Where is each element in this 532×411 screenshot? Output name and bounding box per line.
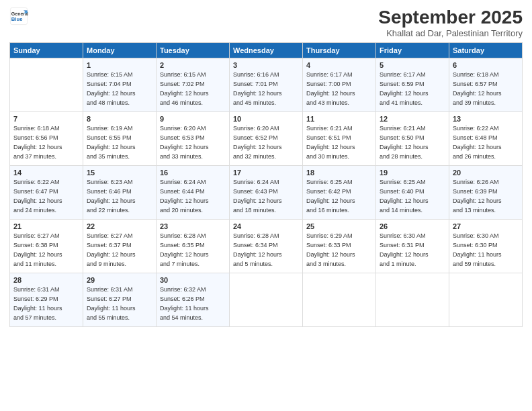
day-number: 16 xyxy=(160,169,226,177)
col-header-tuesday: Tuesday xyxy=(157,43,230,58)
day-number: 19 xyxy=(380,169,445,177)
day-number: 7 xyxy=(13,115,79,123)
calendar-cell: 3Sunrise: 6:16 AM Sunset: 7:01 PM Daylig… xyxy=(230,58,303,112)
day-info: Sunrise: 6:17 AM Sunset: 6:59 PM Dayligh… xyxy=(380,71,445,108)
calendar-cell: 12Sunrise: 6:21 AM Sunset: 6:50 PM Dayli… xyxy=(376,112,449,166)
day-number: 24 xyxy=(233,222,299,230)
day-info: Sunrise: 6:26 AM Sunset: 6:39 PM Dayligh… xyxy=(453,178,519,216)
day-info: Sunrise: 6:25 AM Sunset: 6:42 PM Dayligh… xyxy=(306,178,372,216)
day-number: 14 xyxy=(13,169,79,177)
day-number: 5 xyxy=(380,61,445,69)
month-title: September 2025 xyxy=(378,7,523,28)
day-number: 29 xyxy=(87,276,152,284)
day-info: Sunrise: 6:28 AM Sunset: 6:35 PM Dayligh… xyxy=(160,232,226,269)
logo-icon: General Blue xyxy=(9,7,28,26)
calendar-cell: 2Sunrise: 6:15 AM Sunset: 7:02 PM Daylig… xyxy=(157,58,230,112)
day-number: 20 xyxy=(453,169,519,177)
day-info: Sunrise: 6:31 AM Sunset: 6:27 PM Dayligh… xyxy=(87,285,152,323)
day-info: Sunrise: 6:24 AM Sunset: 6:44 PM Dayligh… xyxy=(160,178,226,216)
day-number: 15 xyxy=(87,169,152,177)
day-info: Sunrise: 6:18 AM Sunset: 6:56 PM Dayligh… xyxy=(13,124,79,162)
col-header-sunday: Sunday xyxy=(10,43,83,58)
col-header-wednesday: Wednesday xyxy=(230,43,303,58)
day-number: 10 xyxy=(233,115,299,123)
week-row-2: 7Sunrise: 6:18 AM Sunset: 6:56 PM Daylig… xyxy=(10,112,523,166)
calendar-cell: 11Sunrise: 6:21 AM Sunset: 6:51 PM Dayli… xyxy=(303,112,376,166)
day-info: Sunrise: 6:27 AM Sunset: 6:37 PM Dayligh… xyxy=(87,232,152,269)
calendar-cell: 24Sunrise: 6:28 AM Sunset: 6:34 PM Dayli… xyxy=(230,220,303,273)
col-header-thursday: Thursday xyxy=(303,43,376,58)
day-info: Sunrise: 6:21 AM Sunset: 6:51 PM Dayligh… xyxy=(306,124,372,162)
location-subtitle: Khallat ad Dar, Palestinian Territory xyxy=(378,28,523,38)
col-header-friday: Friday xyxy=(376,43,449,58)
day-info: Sunrise: 6:28 AM Sunset: 6:34 PM Dayligh… xyxy=(233,232,299,269)
day-info: Sunrise: 6:17 AM Sunset: 7:00 PM Dayligh… xyxy=(306,71,372,108)
calendar-cell: 22Sunrise: 6:27 AM Sunset: 6:37 PM Dayli… xyxy=(83,220,157,273)
day-info: Sunrise: 6:31 AM Sunset: 6:29 PM Dayligh… xyxy=(13,285,79,323)
day-number: 28 xyxy=(13,276,79,284)
day-number: 18 xyxy=(306,169,372,177)
header: General Blue September 2025 Khallat ad D… xyxy=(9,7,523,38)
calendar-cell: 25Sunrise: 6:29 AM Sunset: 6:33 PM Dayli… xyxy=(303,220,376,273)
day-number: 6 xyxy=(453,61,519,69)
calendar-header-row: SundayMondayTuesdayWednesdayThursdayFrid… xyxy=(10,43,523,58)
day-info: Sunrise: 6:27 AM Sunset: 6:38 PM Dayligh… xyxy=(13,232,79,269)
svg-text:Blue: Blue xyxy=(11,16,23,22)
calendar-cell xyxy=(376,273,449,327)
day-info: Sunrise: 6:15 AM Sunset: 7:02 PM Dayligh… xyxy=(160,71,226,108)
calendar-cell: 9Sunrise: 6:20 AM Sunset: 6:53 PM Daylig… xyxy=(157,112,230,166)
calendar-cell: 23Sunrise: 6:28 AM Sunset: 6:35 PM Dayli… xyxy=(157,220,230,273)
day-number: 17 xyxy=(233,169,299,177)
day-info: Sunrise: 6:18 AM Sunset: 6:57 PM Dayligh… xyxy=(453,71,519,108)
day-number: 11 xyxy=(306,115,372,123)
day-number: 30 xyxy=(160,276,226,284)
day-number: 23 xyxy=(160,222,226,230)
day-number: 21 xyxy=(13,222,79,230)
calendar-cell xyxy=(303,273,376,327)
day-number: 13 xyxy=(453,115,519,123)
day-info: Sunrise: 6:21 AM Sunset: 6:50 PM Dayligh… xyxy=(380,124,445,162)
day-info: Sunrise: 6:16 AM Sunset: 7:01 PM Dayligh… xyxy=(233,71,299,108)
week-row-3: 14Sunrise: 6:22 AM Sunset: 6:47 PM Dayli… xyxy=(10,166,523,220)
day-number: 26 xyxy=(380,222,445,230)
day-number: 1 xyxy=(87,61,152,69)
day-info: Sunrise: 6:30 AM Sunset: 6:30 PM Dayligh… xyxy=(453,232,519,269)
calendar-cell: 8Sunrise: 6:19 AM Sunset: 6:55 PM Daylig… xyxy=(83,112,157,166)
calendar-cell: 6Sunrise: 6:18 AM Sunset: 6:57 PM Daylig… xyxy=(449,58,523,112)
calendar-cell: 1Sunrise: 6:15 AM Sunset: 7:04 PM Daylig… xyxy=(83,58,157,112)
calendar-cell: 10Sunrise: 6:20 AM Sunset: 6:52 PM Dayli… xyxy=(230,112,303,166)
col-header-monday: Monday xyxy=(83,43,157,58)
day-info: Sunrise: 6:30 AM Sunset: 6:31 PM Dayligh… xyxy=(380,232,445,269)
week-row-5: 28Sunrise: 6:31 AM Sunset: 6:29 PM Dayli… xyxy=(10,273,523,327)
week-row-1: 1Sunrise: 6:15 AM Sunset: 7:04 PM Daylig… xyxy=(10,58,523,112)
day-info: Sunrise: 6:20 AM Sunset: 6:52 PM Dayligh… xyxy=(233,124,299,162)
calendar-cell xyxy=(10,58,83,112)
day-info: Sunrise: 6:23 AM Sunset: 6:46 PM Dayligh… xyxy=(87,178,152,216)
day-info: Sunrise: 6:24 AM Sunset: 6:43 PM Dayligh… xyxy=(233,178,299,216)
day-number: 27 xyxy=(453,222,519,230)
calendar-cell: 30Sunrise: 6:32 AM Sunset: 6:26 PM Dayli… xyxy=(157,273,230,327)
day-info: Sunrise: 6:22 AM Sunset: 6:48 PM Dayligh… xyxy=(453,124,519,162)
day-number: 2 xyxy=(160,61,226,69)
calendar-cell xyxy=(230,273,303,327)
calendar-cell: 7Sunrise: 6:18 AM Sunset: 6:56 PM Daylig… xyxy=(10,112,83,166)
day-info: Sunrise: 6:20 AM Sunset: 6:53 PM Dayligh… xyxy=(160,124,226,162)
calendar-cell: 29Sunrise: 6:31 AM Sunset: 6:27 PM Dayli… xyxy=(83,273,157,327)
week-row-4: 21Sunrise: 6:27 AM Sunset: 6:38 PM Dayli… xyxy=(10,220,523,273)
calendar-cell: 4Sunrise: 6:17 AM Sunset: 7:00 PM Daylig… xyxy=(303,58,376,112)
day-number: 25 xyxy=(306,222,372,230)
calendar-cell: 20Sunrise: 6:26 AM Sunset: 6:39 PM Dayli… xyxy=(449,166,523,220)
calendar-cell xyxy=(449,273,523,327)
day-number: 12 xyxy=(380,115,445,123)
calendar-cell: 27Sunrise: 6:30 AM Sunset: 6:30 PM Dayli… xyxy=(449,220,523,273)
calendar-cell: 13Sunrise: 6:22 AM Sunset: 6:48 PM Dayli… xyxy=(449,112,523,166)
logo: General Blue xyxy=(9,7,28,26)
calendar-cell: 28Sunrise: 6:31 AM Sunset: 6:29 PM Dayli… xyxy=(10,273,83,327)
calendar-cell: 21Sunrise: 6:27 AM Sunset: 6:38 PM Dayli… xyxy=(10,220,83,273)
day-number: 8 xyxy=(87,115,152,123)
calendar-cell: 5Sunrise: 6:17 AM Sunset: 6:59 PM Daylig… xyxy=(376,58,449,112)
day-number: 3 xyxy=(233,61,299,69)
calendar-cell: 18Sunrise: 6:25 AM Sunset: 6:42 PM Dayli… xyxy=(303,166,376,220)
day-number: 9 xyxy=(160,115,226,123)
day-info: Sunrise: 6:19 AM Sunset: 6:55 PM Dayligh… xyxy=(87,124,152,162)
